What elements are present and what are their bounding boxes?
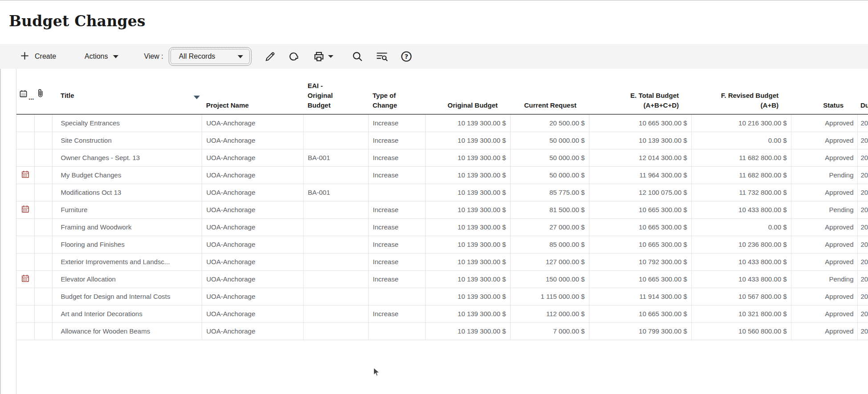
table-row[interactable]: Art and Interior DecorationsUOA-Anchorag…	[16, 305, 868, 322]
cell-e-total-budget: 10 139 300.00 $	[589, 132, 691, 149]
cell-f-revised-budget: 10 321 800.00 $	[691, 305, 791, 322]
cell-project-name: UOA-Anchorage	[202, 322, 303, 340]
table-row[interactable]: FurnitureUOA-AnchorageIncrease10 139 300…	[16, 201, 868, 218]
cell-attachments	[34, 253, 52, 270]
refresh-button[interactable]	[288, 51, 300, 63]
cell-f-revised-budget: 11 682 800.00 $	[691, 166, 791, 184]
chevron-down-icon	[328, 55, 333, 58]
cell-status: Approved	[791, 322, 857, 340]
cell-type-of-change	[368, 322, 425, 340]
cell-record-flag	[16, 218, 34, 236]
edit-button[interactable]	[264, 51, 276, 63]
records-grid: ... Title Project Name	[16, 69, 868, 394]
cell-current-request: 50 000.00 $	[510, 132, 589, 149]
cell-status: Approved	[791, 288, 857, 305]
header-ellipsis: ...	[28, 94, 34, 101]
cell-due-clipped: 20	[857, 253, 868, 270]
column-current-request[interactable]: Current Request	[510, 69, 589, 114]
table-row[interactable]: Allowance for Wooden BeamsUOA-Anchorage1…	[16, 322, 868, 340]
cell-title: Flooring and Finishes	[52, 236, 202, 253]
cell-due-clipped: 20	[857, 322, 868, 340]
help-button[interactable]: ?	[400, 50, 413, 63]
column-record-date[interactable]: ...	[16, 69, 34, 114]
cell-status: Approved	[791, 184, 857, 201]
cell-status: Pending	[791, 270, 857, 288]
cell-project-name: UOA-Anchorage	[202, 288, 303, 305]
table-row[interactable]: Owner Changes - Sept. 13UOA-AnchorageBA-…	[16, 149, 868, 166]
cell-due-clipped: 20	[857, 184, 868, 201]
cell-type-of-change: Increase	[368, 270, 425, 288]
cell-current-request: 50 000.00 $	[510, 166, 589, 184]
cell-type-of-change: Increase	[368, 253, 425, 270]
cell-type-of-change	[368, 288, 425, 305]
help-icon: ?	[400, 50, 413, 63]
table-row[interactable]: Exterior Improvements and Landsc...UOA-A…	[16, 253, 868, 270]
column-title[interactable]: Title	[52, 69, 202, 114]
column-e-total-budget[interactable]: E. Total Budget (A+B+C+D)	[589, 69, 691, 114]
view-select-button[interactable]: All Records	[169, 47, 251, 66]
table-row[interactable]: Specialty EntrancesUOA-AnchorageIncrease…	[16, 114, 868, 132]
cell-e-total-budget: 12 014 300.00 $	[589, 149, 691, 166]
search-button[interactable]	[351, 50, 364, 63]
cell-title: Allowance for Wooden Beams	[52, 322, 202, 340]
table-row[interactable]: Budget for Design and Internal CostsUOA-…	[16, 288, 868, 305]
cell-due-clipped: 20	[857, 149, 868, 166]
cell-eai-original-budget	[303, 253, 368, 270]
find-on-page-button[interactable]	[375, 50, 389, 63]
printer-icon	[313, 51, 325, 63]
cell-title: Owner Changes - Sept. 13	[52, 149, 202, 166]
cell-title: Budget for Design and Internal Costs	[52, 288, 202, 305]
actions-button[interactable]: Actions	[85, 52, 118, 60]
cell-type-of-change: Increase	[368, 201, 425, 218]
cell-attachments	[34, 166, 52, 184]
cell-f-revised-budget: 10 433 800.00 $	[691, 270, 791, 288]
cell-title: Art and Interior Decorations	[52, 305, 202, 322]
column-original-budget[interactable]: Original Budget	[425, 69, 510, 114]
cell-eai-original-budget	[303, 305, 368, 322]
cell-title: Specialty Entrances	[52, 114, 202, 132]
cell-current-request: 50 000.00 $	[510, 149, 589, 166]
create-button[interactable]: Create	[20, 51, 56, 63]
column-due-clipped[interactable]: Du	[857, 69, 868, 114]
column-type-of-change[interactable]: Type of Change	[368, 69, 425, 114]
cell-record-flag	[16, 270, 34, 288]
cell-due-clipped: 20	[857, 270, 868, 288]
cell-current-request: 7 000.00 $	[510, 322, 589, 340]
find-in-list-icon	[375, 50, 389, 63]
cell-status: Pending	[791, 201, 857, 218]
sort-descending-icon[interactable]	[194, 96, 200, 99]
cell-project-name: UOA-Anchorage	[202, 184, 303, 201]
cell-due-clipped: 20	[857, 201, 868, 218]
column-f-revised-budget[interactable]: F. Revised Budget (A+B)	[691, 69, 791, 114]
column-attachments[interactable]	[34, 69, 52, 114]
cell-e-total-budget: 10 792 300.00 $	[589, 253, 691, 270]
cell-attachments	[34, 270, 52, 288]
table-row[interactable]: Framing and WoodworkUOA-AnchorageIncreas…	[16, 218, 868, 236]
cell-original-budget: 10 139 300.00 $	[425, 114, 510, 132]
table-row[interactable]: Site ConstructionUOA-AnchorageIncrease10…	[16, 132, 868, 149]
column-status[interactable]: Status	[791, 69, 857, 114]
cell-original-budget: 10 139 300.00 $	[425, 236, 510, 253]
cell-project-name: UOA-Anchorage	[202, 149, 303, 166]
table-row[interactable]: Flooring and FinishesUOA-AnchorageIncrea…	[16, 236, 868, 253]
cell-record-flag	[16, 166, 34, 184]
column-eai-original-budget[interactable]: EAI - Original Budget	[303, 69, 368, 114]
cell-e-total-budget: 10 665 300.00 $	[589, 218, 691, 236]
cell-title: Furniture	[52, 201, 202, 218]
cell-record-flag	[16, 132, 34, 149]
cell-eai-original-budget	[303, 288, 368, 305]
table-row[interactable]: Modifications Oct 13UOA-AnchorageBA-0011…	[16, 184, 868, 201]
cell-eai-original-budget: BA-001	[303, 149, 368, 166]
cell-e-total-budget: 11 964 300.00 $	[589, 166, 691, 184]
print-options-button[interactable]	[328, 55, 333, 58]
cell-type-of-change: Increase	[368, 236, 425, 253]
search-icon	[351, 50, 364, 63]
cell-due-clipped: 20	[857, 166, 868, 184]
cell-status: Approved	[791, 149, 857, 166]
table-row[interactable]: My Budget ChangesUOA-AnchorageIncrease10…	[16, 166, 868, 184]
table-row[interactable]: Elevator AllocationUOA-AnchorageIncrease…	[16, 270, 868, 288]
column-project-name[interactable]: Project Name	[202, 69, 303, 114]
cell-record-flag	[16, 253, 34, 270]
cell-e-total-budget: 10 665 300.00 $	[589, 305, 691, 322]
print-button[interactable]	[313, 51, 325, 63]
